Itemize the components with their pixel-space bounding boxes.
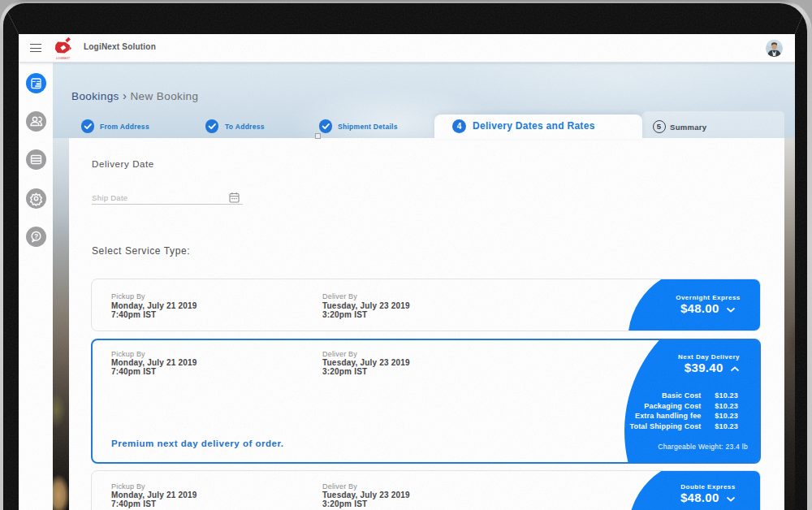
svg-text:LOGINEXT: LOGINEXT (56, 57, 70, 60)
svg-text:?: ? (33, 232, 37, 240)
